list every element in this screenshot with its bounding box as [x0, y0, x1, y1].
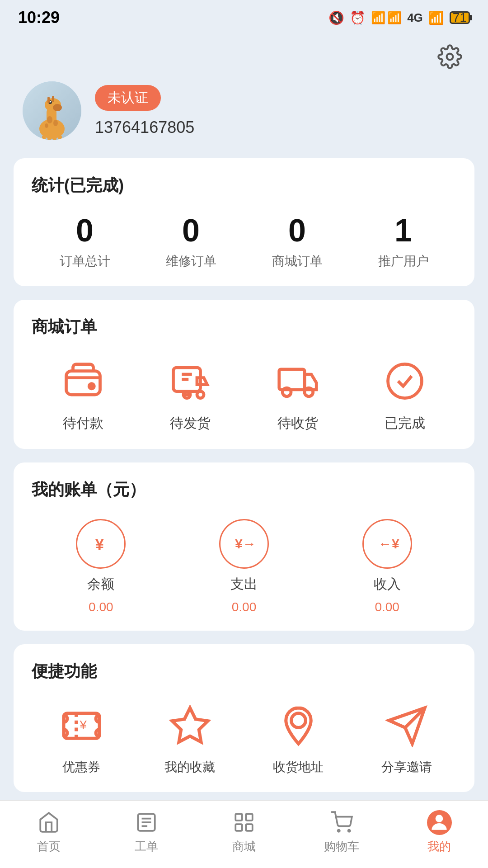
- send-icon-container: [165, 356, 215, 406]
- nav-shop[interactable]: 商城: [195, 810, 293, 854]
- truck-icon-container: [273, 356, 323, 406]
- status-icons: 🔇 ⏰ 📶 📶 4G 📶 71: [328, 10, 470, 25]
- yuan-icon: ¥: [87, 530, 114, 557]
- expense-label: 支出: [230, 575, 258, 594]
- wallet-icon-container: [58, 356, 108, 406]
- stat-label-2: 商城订单: [272, 253, 323, 270]
- account-grid: ¥ 余额 0.00 ¥→ 支出 0.00 ←: [32, 519, 456, 614]
- mall-orders-title: 商城订单: [32, 316, 456, 338]
- svg-text:←¥: ←¥: [378, 536, 399, 551]
- account-expense[interactable]: ¥→ 支出 0.00: [175, 519, 314, 614]
- svg-rect-16: [66, 371, 100, 395]
- avatar[interactable]: [23, 81, 81, 140]
- check-icon: [385, 361, 425, 401]
- alarm-icon: ⏰: [350, 10, 366, 25]
- quick-coupon[interactable]: ¥ 优惠券: [32, 701, 131, 776]
- svg-point-22: [282, 388, 291, 396]
- svg-rect-21: [279, 369, 305, 390]
- svg-point-32: [291, 713, 305, 727]
- mall-orders-card: 商城订单 待付款: [14, 300, 474, 449]
- signal-icon: 📶: [371, 11, 385, 25]
- svg-point-17: [89, 384, 94, 389]
- svg-point-4: [53, 104, 62, 111]
- yuan-in-icon: ←¥: [374, 530, 401, 557]
- nav-cart[interactable]: 购物车: [293, 810, 390, 854]
- account-card: 我的账单（元） ¥ 余额 0.00 ¥→ 支出: [14, 462, 474, 631]
- home-icon-container: [37, 810, 61, 835]
- svg-rect-40: [246, 814, 253, 821]
- settings-button[interactable]: [434, 41, 465, 72]
- order-pending-receipt[interactable]: 待收货: [246, 356, 349, 433]
- status-bar: 10:29 🔇 ⏰ 📶 📶 4G 📶 71: [0, 0, 488, 32]
- location-icon: [277, 704, 320, 747]
- star-icon: [169, 704, 211, 747]
- svg-point-11: [45, 123, 48, 128]
- account-balance[interactable]: ¥ 余额 0.00: [32, 519, 170, 614]
- nav-home[interactable]: 首页: [0, 810, 98, 854]
- yuan-expense-icon: ¥→: [219, 519, 269, 569]
- stat-number-1: 0: [182, 215, 200, 246]
- account-title: 我的账单（元）: [32, 479, 456, 501]
- yuan-balance-icon: ¥: [76, 519, 126, 569]
- svg-rect-13: [47, 136, 51, 140]
- shop-icon-container: [232, 810, 257, 835]
- check-icon-container: [380, 356, 430, 406]
- quick-title: 便捷功能: [32, 660, 456, 683]
- battery-level: 71: [453, 10, 467, 25]
- expense-value: 0.00: [232, 600, 257, 614]
- svg-rect-7: [47, 97, 50, 103]
- nav-avatar: [427, 810, 452, 835]
- quick-share[interactable]: 分享邀请: [357, 701, 456, 776]
- svg-rect-12: [42, 136, 46, 140]
- nav-label-3: 购物车: [324, 839, 359, 854]
- svg-text:¥: ¥: [79, 718, 87, 732]
- stat-shop-orders[interactable]: 0 商城订单: [244, 215, 350, 270]
- nav-label-4: 我的: [427, 839, 451, 854]
- svg-text:¥: ¥: [95, 535, 104, 553]
- stat-promo-users[interactable]: 1 推广用户: [350, 215, 456, 270]
- stat-number-3: 1: [394, 215, 412, 246]
- stat-repair-orders[interactable]: 0 维修订单: [138, 215, 244, 270]
- quick-label-2: 收货地址: [273, 759, 324, 776]
- user-avatar-icon: [428, 811, 450, 834]
- svg-point-23: [305, 388, 313, 396]
- svg-point-10: [53, 120, 58, 126]
- stats-card: 统计(已完成) 0 订单总计 0 维修订单 0 商城订单 1 推广用户: [14, 158, 474, 286]
- wifi-icon: 📶: [428, 10, 444, 25]
- network-icon: 4G: [407, 11, 423, 25]
- quick-favorites[interactable]: 我的收藏: [140, 701, 239, 776]
- quick-functions-card: 便捷功能 ¥ 优惠券: [14, 644, 474, 792]
- verification-badge[interactable]: 未认证: [95, 85, 161, 111]
- svg-point-6: [50, 101, 52, 103]
- nav-my[interactable]: 我的: [390, 810, 488, 854]
- nav-label-1: 工单: [135, 839, 158, 854]
- stat-number-2: 0: [288, 215, 306, 246]
- quick-label-3: 分享邀请: [381, 759, 432, 776]
- nav-workorder[interactable]: 工单: [98, 810, 195, 854]
- income-label: 收入: [374, 575, 401, 594]
- bottom-navigation: 首页 工单 商城: [0, 800, 488, 868]
- status-time: 10:29: [18, 8, 60, 27]
- coupon-icon: ¥: [60, 704, 103, 747]
- quick-address[interactable]: 收货地址: [249, 701, 348, 776]
- shop-icon: [233, 811, 255, 834]
- order-pending-shipment[interactable]: 待发货: [139, 356, 242, 433]
- svg-point-24: [388, 364, 422, 398]
- stats-grid: 0 订单总计 0 维修订单 0 商城订单 1 推广用户: [32, 215, 456, 270]
- home-icon: [38, 811, 60, 834]
- svg-rect-39: [235, 814, 242, 821]
- workorder-icon: [135, 811, 158, 834]
- quick-label-1: 我的收藏: [164, 759, 215, 776]
- mute-icon: 🔇: [328, 10, 344, 25]
- account-income[interactable]: ←¥ 收入 0.00: [318, 519, 456, 614]
- order-pending-payment[interactable]: 待付款: [32, 356, 135, 433]
- stat-label-3: 推广用户: [378, 253, 429, 270]
- order-completed[interactable]: 已完成: [354, 356, 457, 433]
- svg-marker-31: [172, 708, 207, 741]
- stats-title: 统计(已完成): [32, 175, 456, 197]
- balance-label: 余额: [87, 575, 114, 594]
- yuan-out-icon: ¥→: [230, 530, 258, 557]
- stat-total-orders[interactable]: 0 订单总计: [32, 215, 138, 270]
- income-value: 0.00: [375, 600, 399, 614]
- star-icon-container: [165, 701, 215, 750]
